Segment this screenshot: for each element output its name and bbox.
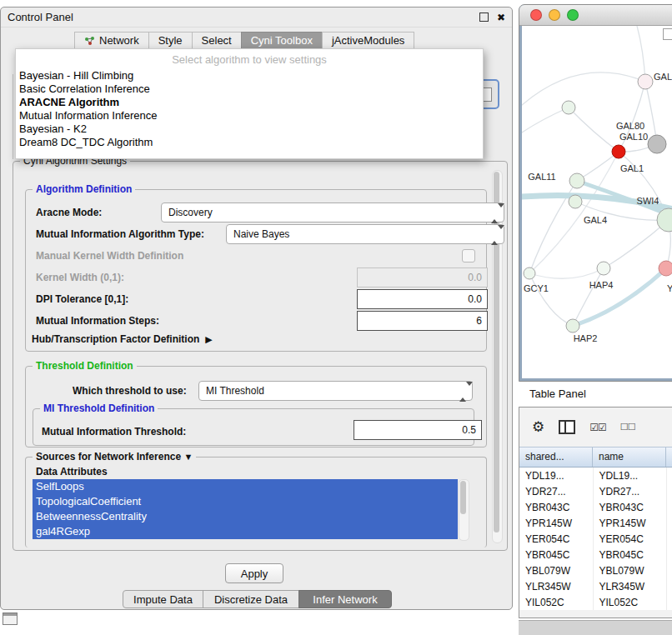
algorithm-option[interactable]: Mutual Information Inference [16, 109, 483, 122]
table-cell: 9. [667, 515, 672, 531]
attribute-item-selected[interactable]: gal4RGexp [33, 524, 458, 539]
table-row[interactable]: YDL19...YDL19...13 [519, 468, 672, 483]
table-cell [667, 499, 672, 515]
table-cell: YBR045C [594, 547, 668, 562]
network-node[interactable] [524, 268, 535, 279]
table-cell: YBL079W [594, 562, 668, 578]
table-row[interactable]: YLR345WYLR345W9. [519, 578, 672, 594]
tab-select[interactable]: Select [192, 32, 241, 49]
attribute-item-selected[interactable]: SelfLoops [33, 479, 458, 494]
restore-panel-icon[interactable] [3, 612, 18, 625]
network-node[interactable] [562, 101, 575, 114]
table-cell: YDL19... [519, 468, 594, 483]
table-row[interactable]: YPR145WYPR145W9. [519, 515, 672, 531]
mi-type-label: Mutual Information Algorithm Type: [36, 228, 204, 240]
table-cell: 8. [667, 531, 672, 547]
kernel-width-field: 0.0 [357, 268, 488, 288]
network-node-label: GAL10 [619, 132, 648, 142]
gear-icon[interactable]: ⚙ [532, 420, 544, 434]
expand-down-icon: ▼ [183, 452, 193, 462]
control-panel-window: Control Panel ✖ Network Style Select Cyn… [0, 7, 513, 610]
tab-style[interactable]: Style [148, 32, 192, 49]
table-toolbar: ⚙ ☑☑ ☐☐ [519, 408, 672, 447]
table-cell [667, 562, 672, 578]
algorithm-option[interactable]: Bayesian - K2 [16, 122, 483, 136]
tab-network[interactable]: Network [74, 32, 148, 49]
group-title: Threshold Definition [33, 360, 137, 372]
threshold-definition-group: Threshold Definition Which threshold to … [25, 366, 487, 448]
group-border-fragment [13, 74, 13, 159]
network-window-titlebar [519, 5, 672, 26]
table-cell: 9. [667, 578, 672, 594]
tab-infer-network[interactable]: Infer Network [298, 590, 392, 608]
table-row[interactable]: YBR045CYBR045C9. [519, 547, 672, 562]
data-attributes-label: Data Attributes [36, 466, 108, 478]
scrollbar-thumb[interactable] [460, 481, 466, 514]
network-node[interactable] [566, 319, 579, 332]
close-window-icon[interactable]: ✖ [497, 12, 505, 22]
network-edge [529, 273, 573, 326]
group-title: MI Threshold Definition [40, 402, 158, 414]
table-row[interactable]: YER054CYER054C8. [519, 531, 672, 547]
table-cell: YBR045C [519, 547, 594, 562]
network-node[interactable] [648, 135, 666, 153]
network-node-label: HAP4 [589, 280, 614, 290]
columns-icon[interactable] [559, 420, 575, 434]
hub-definition-label: Hub/Transcription Factor Definition [32, 333, 199, 345]
table-cell: YBL079W [519, 562, 594, 578]
network-node[interactable] [659, 261, 672, 276]
aracne-mode-select[interactable]: Discovery [161, 202, 504, 222]
tab-jactivemodules[interactable]: jActiveModules [322, 32, 414, 49]
which-threshold-select[interactable]: MI Threshold [198, 381, 473, 401]
mac-minimize-button[interactable] [549, 9, 560, 21]
dpi-tolerance-field[interactable]: 0.0 [357, 289, 488, 309]
float-window-icon[interactable] [479, 12, 489, 22]
network-node[interactable] [597, 262, 610, 275]
table-row[interactable]: YBR043CYBR043C [519, 499, 672, 515]
algorithm-option[interactable]: Basic Correlation Inference [16, 82, 483, 96]
network-node[interactable] [612, 145, 625, 158]
select-all-icon[interactable]: ☑☑ [589, 422, 606, 433]
table-cell: YDR27... [594, 483, 668, 499]
table-row[interactable]: YIL052CYIL052C [519, 594, 672, 610]
network-node-label: GCY1 [524, 283, 549, 293]
network-canvas[interactable]: GAL8GAL80GAL10GAL1GAL11SWI4GAL4GCY1HAP4H… [522, 26, 672, 378]
table-row[interactable]: YDR27...YDR27...12 [519, 483, 672, 499]
network-svg: GAL8GAL80GAL10GAL1GAL11SWI4GAL4GCY1HAP4H… [522, 26, 672, 378]
attribute-item-selected[interactable]: BetweennessCentrality [33, 509, 458, 524]
network-node-label: Y [667, 283, 672, 293]
table-cell: YBR043C [594, 499, 668, 515]
column-header-shared-name[interactable]: shared... [519, 448, 593, 467]
algorithm-option[interactable]: Dream8 DC_TDC Algorithm [16, 136, 483, 149]
network-node-label: GAL4 [584, 215, 607, 225]
tab-impute-data[interactable]: Impute Data [123, 590, 203, 608]
algorithm-dropdown-popup: Select algorithm to view settings Bayesi… [15, 48, 484, 159]
select-none-icon[interactable]: ☐☐ [620, 422, 635, 432]
tab-cyni-toolbox[interactable]: Cyni Toolbox [241, 32, 322, 49]
network-edge [573, 268, 666, 326]
algorithm-option-selected[interactable]: ARACNE Algorithm [16, 96, 483, 109]
network-edge [637, 26, 645, 82]
collapse-right-icon: ▶ [205, 334, 212, 345]
apply-button[interactable]: Apply [225, 563, 283, 583]
mac-zoom-button[interactable] [567, 9, 579, 21]
mi-type-select[interactable]: Naive Bayes [226, 224, 504, 244]
table-cell: YLR345W [594, 578, 668, 594]
algorithm-option[interactable]: Bayesian - Hill Climbing [16, 69, 483, 82]
tab-discretize-data[interactable]: Discretize Data [203, 590, 299, 608]
mi-threshold-field[interactable]: 0.5 [354, 420, 482, 440]
sources-expander[interactable]: Sources for Network Inference ▼ [33, 451, 196, 462]
attribute-list-scrollbar[interactable] [459, 479, 469, 541]
table-row[interactable]: YBL079WYBL079W [519, 562, 672, 578]
column-header-name[interactable]: name [593, 448, 666, 467]
mac-close-button[interactable] [530, 9, 542, 21]
network-node[interactable] [569, 195, 582, 208]
tab-label: Network [99, 34, 139, 47]
network-node[interactable] [569, 173, 584, 188]
column-header-extra[interactable] [666, 448, 672, 467]
attribute-item-selected[interactable]: TopologicalCoefficient [33, 494, 458, 509]
sources-group: Sources for Network Inference ▼ Data Att… [25, 457, 487, 548]
mi-steps-field[interactable]: 6 [357, 311, 488, 331]
network-node[interactable] [638, 74, 653, 89]
hub-definition-expander[interactable]: Hub/Transcription Factor Definition ▶ [32, 333, 213, 345]
